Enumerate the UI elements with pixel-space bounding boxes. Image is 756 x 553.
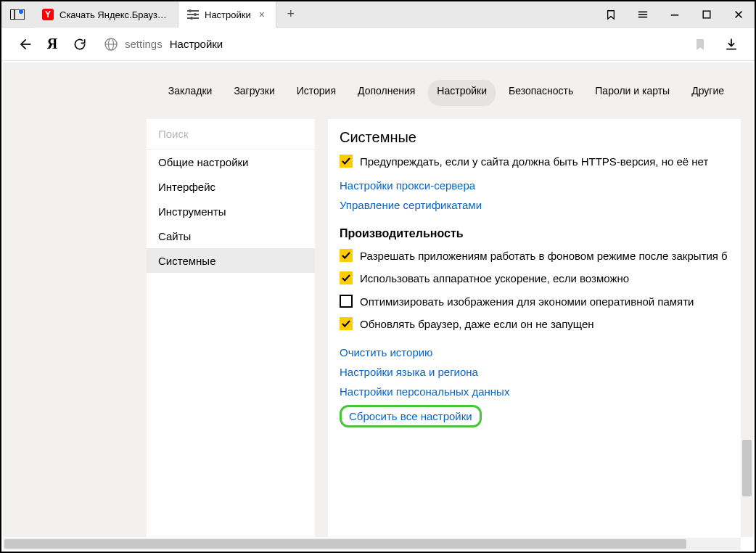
- link-personal-data[interactable]: Настройки персональных данных: [340, 385, 741, 398]
- svg-rect-1: [10, 9, 15, 20]
- settings-page: Закладки Загрузки История Дополнения Нас…: [3, 62, 753, 537]
- sidebar-item-system[interactable]: Системные: [147, 248, 315, 273]
- section-title-system: Системные: [340, 129, 741, 146]
- link-cert-management[interactable]: Управление сертификатами: [340, 199, 741, 211]
- settings-search[interactable]: Поиск: [147, 119, 315, 149]
- nav-other[interactable]: Другие: [683, 80, 733, 106]
- back-button[interactable]: [15, 34, 35, 54]
- nav-settings[interactable]: Настройки: [428, 80, 496, 106]
- svg-point-8: [190, 17, 193, 20]
- window-controls: [595, 1, 755, 28]
- section-title-performance: Производительность: [340, 227, 741, 240]
- toolbar: Я settings Настройки: [1, 28, 755, 61]
- svg-rect-9: [638, 12, 647, 13]
- svg-rect-4: [187, 14, 199, 15]
- opt-auto-update[interactable]: Обновлять браузер, даже если он не запущ…: [340, 313, 741, 336]
- nav-security[interactable]: Безопасность: [500, 80, 582, 106]
- nav-bookmarks[interactable]: Закладки: [160, 80, 221, 106]
- vertical-scrollbar[interactable]: [741, 62, 753, 537]
- address-bar[interactable]: settings Настройки: [97, 33, 714, 56]
- opt-label: Оптимизировать изображения для экономии …: [360, 295, 694, 309]
- checkbox-icon[interactable]: [340, 271, 353, 284]
- read-later-button[interactable]: [595, 1, 627, 28]
- settings-nav: Закладки Загрузки История Дополнения Нас…: [3, 80, 753, 106]
- link-lang-region[interactable]: Настройки языка и региона: [340, 366, 741, 378]
- sidebar-item-general[interactable]: Общие настройки: [147, 149, 315, 174]
- link-reset-all[interactable]: Сбросить все настройки: [340, 405, 482, 427]
- opt-https-warn[interactable]: Предупреждать, если у сайта должна быть …: [340, 150, 741, 173]
- site-status-icon[interactable]: [104, 38, 118, 51]
- menu-button[interactable]: [627, 1, 659, 28]
- tab-settings[interactable]: Настройки ×: [178, 1, 276, 28]
- nav-passwords[interactable]: Пароли и карты: [586, 80, 678, 106]
- opt-label: Использовать аппаратное ускорение, если …: [360, 271, 629, 286]
- svg-point-6: [189, 9, 192, 12]
- downloads-button[interactable]: [721, 34, 741, 54]
- yandex-home-button[interactable]: Я: [42, 34, 62, 54]
- minimize-button[interactable]: [659, 1, 691, 28]
- tab-title: Скачать Яндекс.Браузер д: [59, 9, 169, 20]
- svg-point-7: [194, 13, 197, 16]
- link-proxy-settings[interactable]: Настройки прокси-сервера: [340, 179, 741, 192]
- opt-background-apps[interactable]: Разрешать приложениям работать в фоновом…: [340, 245, 741, 268]
- settings-favicon: [187, 9, 199, 20]
- svg-rect-13: [703, 11, 710, 18]
- sidebar-item-sites[interactable]: Сайты: [147, 224, 315, 248]
- nav-addons[interactable]: Дополнения: [349, 80, 424, 106]
- yandex-favicon: Y: [42, 9, 54, 20]
- sidebar-item-tools[interactable]: Инструменты: [147, 199, 315, 224]
- bookmark-icon[interactable]: [694, 38, 707, 51]
- sidebar-toggle-button[interactable]: [1, 1, 33, 27]
- checkbox-icon[interactable]: [340, 249, 353, 262]
- search-placeholder: Поиск: [158, 128, 189, 140]
- checkbox-icon[interactable]: [340, 295, 353, 308]
- svg-point-2: [19, 9, 23, 14]
- opt-hardware-accel[interactable]: Использовать аппаратное ускорение, если …: [340, 267, 741, 290]
- link-clear-history[interactable]: Очистить историю: [340, 346, 741, 359]
- svg-rect-10: [638, 14, 647, 15]
- svg-rect-11: [638, 17, 647, 18]
- svg-rect-12: [671, 15, 679, 16]
- opt-label: Обновлять браузер, даже если он не запущ…: [360, 317, 594, 332]
- close-icon[interactable]: ×: [257, 9, 267, 20]
- nav-downloads[interactable]: Загрузки: [225, 80, 283, 106]
- opt-label: Разрешать приложениям работать в фоновом…: [360, 249, 728, 263]
- opt-optimize-images[interactable]: Оптимизировать изображения для экономии …: [340, 290, 741, 314]
- scrollbar-thumb[interactable]: [742, 440, 752, 496]
- scrollbar-thumb[interactable]: [4, 539, 686, 549]
- tab-title: Настройки: [205, 9, 251, 20]
- checkbox-icon[interactable]: [340, 155, 353, 168]
- sidebar-item-interface[interactable]: Интерфейс: [147, 174, 315, 199]
- address-host: settings: [125, 38, 163, 50]
- titlebar: Y Скачать Яндекс.Браузер д Настройки × +: [1, 1, 755, 28]
- close-button[interactable]: [723, 1, 755, 28]
- horizontal-scrollbar[interactable]: [3, 538, 741, 550]
- settings-content: Системные Предупреждать, если у сайта до…: [328, 119, 753, 537]
- address-title: Настройки: [170, 38, 223, 50]
- settings-sidebar: Поиск Общие настройки Интерфейс Инструме…: [147, 119, 315, 537]
- new-tab-button[interactable]: +: [276, 1, 305, 27]
- opt-label: Предупреждать, если у сайта должна быть …: [360, 155, 708, 169]
- reload-button[interactable]: [70, 34, 90, 54]
- tab-yandex-download[interactable]: Y Скачать Яндекс.Браузер д: [33, 1, 178, 28]
- maximize-button[interactable]: [691, 1, 723, 28]
- checkbox-icon[interactable]: [340, 317, 353, 330]
- nav-history[interactable]: История: [288, 80, 345, 106]
